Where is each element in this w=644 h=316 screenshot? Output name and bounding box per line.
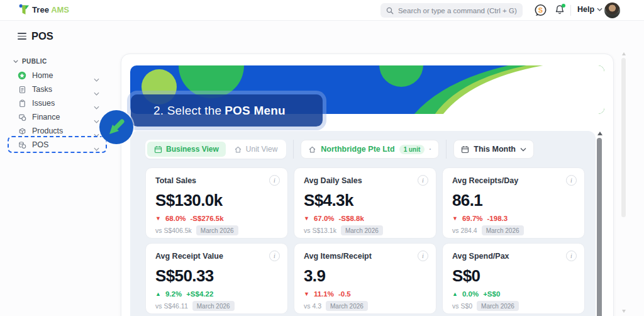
stat-value: S$130.0k <box>155 191 278 210</box>
tasks-icon <box>18 85 26 94</box>
stat-card: Avg Receipt Value i S$50.33 ▲ 9.2% +S$4.… <box>145 243 288 314</box>
filter-bar: Business View Unit View Northbridge Pte … <box>145 140 534 159</box>
user-avatar[interactable] <box>604 3 620 18</box>
issues-icon <box>18 99 26 108</box>
tab-business-view[interactable]: Business View <box>147 142 226 157</box>
stats-grid: Total Sales i S$130.0k ▼ 68.0% -S$276.5k… <box>145 167 585 314</box>
sidebar-section-public[interactable]: PUBLIC <box>13 58 47 65</box>
delta-percent: 0.0% <box>462 290 479 298</box>
delta-amount: -198.3 <box>487 215 508 222</box>
info-icon[interactable]: i <box>566 251 577 261</box>
panel-scrollbar-thumb[interactable] <box>597 138 602 316</box>
period-badge: March 2026 <box>326 301 368 311</box>
delta-amount: -S$276.5k <box>191 215 224 222</box>
help-menu[interactable]: Help <box>577 5 602 14</box>
home-icon <box>308 145 316 154</box>
sidebar-item-pos[interactable]: POS <box>0 138 119 152</box>
view-segmented-control: Business View Unit View <box>145 140 286 159</box>
page-title: POS <box>31 30 53 42</box>
info-icon[interactable]: i <box>269 175 280 186</box>
period-badge: March 2026 <box>341 225 383 235</box>
page-scrollbar-up-icon[interactable] <box>622 52 626 55</box>
title-bar <box>0 21 644 51</box>
trend-arrow-icon: ▼ <box>304 291 309 297</box>
info-icon[interactable]: i <box>418 175 428 186</box>
sidebar-item-home[interactable]: Home <box>0 69 119 82</box>
tutorial-cursor-arrow-icon <box>99 110 133 144</box>
vs-previous-value: vs 284.4 <box>452 227 477 234</box>
finance-icon <box>18 113 26 121</box>
search-input[interactable] <box>398 7 517 14</box>
trend-arrow-icon: ▲ <box>155 291 161 297</box>
stat-delta: ▼ 68.0% -S$276.5k <box>155 215 278 222</box>
app-header: TreeAMS S Help <box>0 0 644 21</box>
trend-arrow-icon: ▲ <box>452 291 458 297</box>
vs-previous-value: vs 4.3 <box>304 302 321 310</box>
company-selector-button[interactable]: Northbridge Pte Ltd 1 unit · <box>301 140 439 159</box>
delta-percent: 11.1% <box>314 290 334 298</box>
chevron-down-icon <box>520 147 526 152</box>
panel-scrollbar-up-icon[interactable] <box>597 132 602 135</box>
stat-value: S$50.33 <box>155 266 278 286</box>
info-icon[interactable]: i <box>566 175 577 186</box>
stat-title: Avg Receipt Value <box>155 252 278 261</box>
section-label: PUBLIC <box>22 58 47 65</box>
support-chat-icon[interactable]: S <box>534 4 547 20</box>
stat-value: S$4.3k <box>304 191 426 210</box>
app-logo[interactable]: TreeAMS <box>19 4 69 16</box>
stat-delta: ▼ 69.7% -198.3 <box>452 215 575 222</box>
global-search[interactable] <box>380 3 523 18</box>
trend-arrow-icon: ▼ <box>304 215 309 222</box>
stat-card: Avg Daily Sales i S$4.3k ▼ 67.0% -S$8.8k… <box>294 167 436 239</box>
logo-text: Tree <box>32 5 49 14</box>
delta-percent: 9.2% <box>165 290 182 298</box>
stat-delta: ▼ 11.1% -0.5 <box>304 290 426 298</box>
vs-previous-value: vs S$13.1k <box>304 227 336 234</box>
period-badge: March 2026 <box>477 301 519 311</box>
period-badge: March 2026 <box>482 225 524 235</box>
stat-value: 86.1 <box>452 191 575 210</box>
logo-text-suffix: AMS <box>51 5 69 14</box>
period-selector-button[interactable]: This Month <box>453 140 534 159</box>
notification-dot <box>562 4 565 8</box>
vs-previous-value: vs S$0 <box>452 302 472 310</box>
stat-title: Total Sales <box>155 176 278 185</box>
info-icon[interactable]: i <box>269 251 280 261</box>
info-icon[interactable]: i <box>418 251 428 261</box>
chevron-down-icon <box>94 142 99 154</box>
stat-title: Avg Spend/Pax <box>452 252 575 261</box>
stat-delta: ▲ 0.0% +S$0 <box>452 290 575 298</box>
more-icon: · <box>429 145 431 154</box>
stat-title: Avg Daily Sales <box>304 176 426 185</box>
company-name: Northbridge Pte Ltd <box>321 145 394 154</box>
calendar-icon <box>461 145 469 154</box>
stat-card: Avg Spend/Pax i S$0 ▲ 0.0% +S$0 vs S$0 M… <box>442 243 585 314</box>
stat-value: S$0 <box>452 266 575 286</box>
stat-card: Total Sales i S$130.0k ▼ 68.0% -S$276.5k… <box>145 167 288 239</box>
stat-title: Avg Items/Receipt <box>304 252 426 261</box>
tab-label: Unit View <box>246 145 277 154</box>
tooltip-text-bold: POS Menu <box>225 104 286 118</box>
page-scrollbar-thumb[interactable] <box>621 58 626 217</box>
tooltip-text: 2. Select the <box>153 104 221 118</box>
products-icon <box>18 127 26 135</box>
sidebar-item-tasks[interactable]: Tasks <box>0 82 119 96</box>
trend-arrow-icon: ▼ <box>452 215 458 222</box>
main-content-card: 2. Select the POS Menu Business View <box>121 54 614 316</box>
tab-unit-view[interactable]: Unit View <box>227 142 284 157</box>
chevron-down-icon <box>597 8 602 11</box>
notifications-bell-icon[interactable] <box>555 4 565 18</box>
stat-title: Avg Receipts/Day <box>452 176 575 185</box>
unit-count-badge: 1 unit <box>399 145 425 154</box>
stat-card: Avg Items/Receipt i 3.9 ▼ 11.1% -0.5 vs … <box>294 243 436 314</box>
stat-delta: ▲ 9.2% +S$4.22 <box>155 290 278 298</box>
vs-previous-value: vs S$406.5k <box>155 227 192 234</box>
delta-amount: -0.5 <box>338 290 351 298</box>
sidebar-toggle-icon[interactable] <box>18 33 26 40</box>
calendar-icon <box>154 145 162 154</box>
sidebar-item-issues[interactable]: Issues <box>0 96 119 110</box>
filter-divider <box>446 140 447 159</box>
vs-previous-value: vs S$46.11 <box>155 302 188 310</box>
page-scrollbar-down-icon[interactable] <box>622 310 626 313</box>
filter-divider <box>293 140 294 159</box>
